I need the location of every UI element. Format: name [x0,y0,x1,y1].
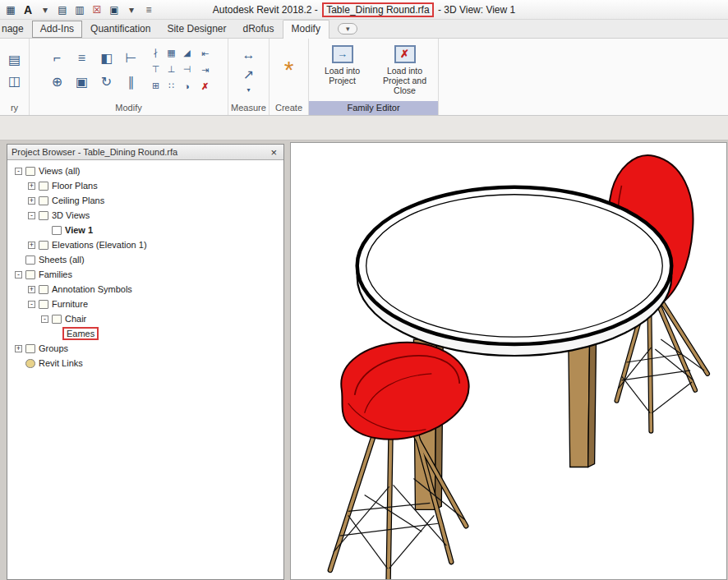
close-icon[interactable]: × [268,147,279,158]
switch-windows-icon[interactable]: ▤ [56,4,69,16]
project-browser-tree: - Views (all) + Floor Plans + Ceiling Pl… [7,160,283,579]
tree-item-sheets-all[interactable]: Sheets (all) [7,252,283,267]
paint-icon[interactable]: ◑ [180,79,195,94]
chair-front-left[interactable] [330,343,469,579]
app-caret-icon[interactable]: ▾ [39,4,52,16]
panel-label-measure[interactable]: Measure [228,101,269,115]
tree-item-groups[interactable]: + Groups [7,341,283,356]
panel-label-modify[interactable]: Modify [30,101,228,115]
tab-manage-cut[interactable]: nage [0,21,32,38]
table-top [357,187,672,344]
expander-icon[interactable]: - [28,212,35,219]
load-into-project-button[interactable]: → Load into Project [313,43,372,88]
close-hidden-windows-icon[interactable]: ☒ [90,4,104,16]
annotation-highlight-filename: Table_Dining Round.rfa [322,2,433,17]
panel-modify: ⌐ ⊕ ≡ ▣ ◧ ↻ ⊢ ∥ ∤ ▦ ◢ [30,39,228,115]
tree-item-elevations[interactable]: + Elevations (Elevation 1) [7,237,283,252]
modify-small-grid: ∤ ▦ ◢ ⊤ ⊥ ⊣ ⊞ ∷ ◑ [149,46,195,94]
load-into-project-icon: → [332,45,353,63]
scale-icon[interactable]: ◢ [180,46,195,61]
tree-item-3d-views[interactable]: - 3D Views [7,208,283,223]
autodesk-logo[interactable]: A [21,3,35,16]
tree-item-label: Families [39,269,72,279]
aligned-dimension-icon[interactable]: ↔ [238,47,260,63]
join-icon[interactable]: ⊞ [149,79,164,94]
expander-icon[interactable]: - [28,301,35,308]
tree-item-label: Views (all) [39,166,81,176]
user-interface-icon[interactable]: ▥ [73,4,86,16]
tab-quantification[interactable]: Quantification [82,21,159,38]
align-icon[interactable]: ∥ [121,71,142,93]
ribbon-minimize-toggle[interactable]: ▾ [338,23,358,35]
tree-item-annotation-symbols[interactable]: + Annotation Symbols [7,282,283,297]
annotation-symbols-icon [39,285,48,294]
tree-item-revit-links[interactable]: Revit Links [7,356,283,371]
tab-drofus[interactable]: dRofus [235,21,283,38]
ribbon-empty-space [439,39,728,115]
expander-icon[interactable]: + [28,182,35,190]
expander-icon[interactable]: + [28,197,35,205]
extend-icon[interactable]: ⊢ [121,48,142,69]
array-icon[interactable]: ▦ [164,46,179,61]
family-types-icon[interactable]: * [284,60,294,80]
tab-site-designer[interactable]: Site Designer [159,21,234,38]
copy-icon[interactable]: ▣ [71,71,93,93]
rotate-icon[interactable]: ↻ [96,71,117,93]
project-browser: Project Browser - Table_Dining Round.rfa… [7,144,284,580]
measure-icon[interactable]: ↗ [238,67,260,83]
expander-icon[interactable]: + [28,242,35,249]
families-icon [25,270,35,279]
options-bar [0,116,728,140]
tree-item-label: Elevations (Elevation 1) [52,240,147,250]
unpin-icon[interactable]: ⊥ [164,62,179,77]
qat-caret-icon[interactable]: ▾ [125,4,138,16]
expander-icon[interactable]: + [28,286,35,293]
tree-item-label: Furniture [52,299,88,309]
tree-item-furniture[interactable]: - Furniture [7,297,283,311]
wall-join-icon[interactable]: ⇤ [198,46,213,61]
trim-icon[interactable]: ⊣ [180,62,195,77]
tab-add-ins[interactable]: Add-Ins [32,21,82,38]
tree-item-view-1[interactable]: View 1 [7,223,283,237]
offset-icon[interactable]: ≡ [71,48,93,69]
type-properties-icon[interactable]: ◫ [7,72,23,89]
load-into-project-and-close-button[interactable]: ✗ Load into Project and Close [376,43,435,98]
3d-views-icon [39,211,48,220]
tree-item-label: Eames [67,329,94,338]
match-icon[interactable]: ∷ [164,79,179,94]
modify-tool-column: ◧ ↻ [96,48,117,93]
pin-icon[interactable]: ⊤ [149,62,164,77]
measure-caret-icon[interactable]: ▾ [242,86,256,94]
qat-customize-icon[interactable]: ≡ [142,4,155,16]
delete-icon[interactable]: ✗ [198,79,213,94]
expander-icon[interactable]: + [15,345,22,352]
3d-viewport[interactable] [290,142,727,580]
move-icon[interactable]: ⊕ [47,71,68,93]
load-into-project-and-close-label: Load into [387,66,422,76]
beam-join-icon[interactable]: ⇥ [198,62,213,77]
modify-tool-column: ⌐ ⊕ [47,48,68,93]
clipboard-paste-icon[interactable]: ▤ [7,51,23,67]
groups-icon [25,344,35,353]
tree-item-ceiling-plans[interactable]: + Ceiling Plans [7,193,283,208]
tree-item-eames[interactable]: Eames [7,326,283,341]
ribbon-tab-bar: nage Add-Ins Quantification Site Designe… [0,20,728,39]
tree-item-floor-plans[interactable]: + Floor Plans [7,178,283,193]
expander-icon[interactable]: - [15,271,22,278]
tree-item-families[interactable]: - Families [7,267,283,282]
ribbon: ▤ ◫ ry ⌐ ⊕ ≡ ▣ ◧ ↻ ⊢ [0,39,728,116]
load-into-project-and-close-icon: ✗ [394,45,416,63]
mirror-icon[interactable]: ◧ [96,48,117,69]
split-icon[interactable]: ∤ [149,46,164,61]
tree-item-chair[interactable]: - Chair [7,311,283,326]
panel-label-create[interactable]: Create [270,101,308,115]
tab-modify[interactable]: Modify [283,20,329,39]
expander-icon[interactable]: - [15,168,22,175]
application-menu-icon[interactable]: ▦ [4,4,17,16]
load-into-project-label2: Project [329,76,356,85]
project-browser-header[interactable]: Project Browser - Table_Dining Round.rfa… [7,145,283,160]
cope-icon[interactable]: ⌐ [47,48,68,69]
tile-windows-icon[interactable]: ▣ [108,4,121,16]
tree-item-views-all[interactable]: - Views (all) [7,163,283,178]
expander-icon[interactable]: - [41,315,48,323]
